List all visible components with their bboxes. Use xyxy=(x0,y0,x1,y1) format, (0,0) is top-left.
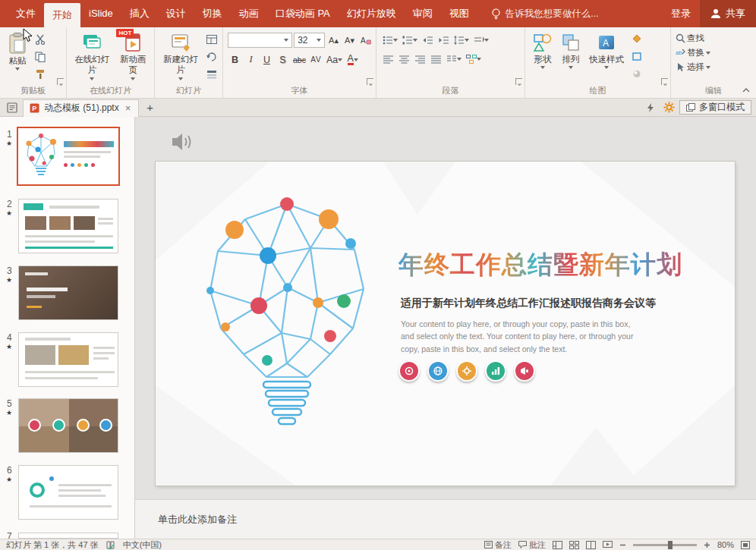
shape-outline-button[interactable] xyxy=(629,49,644,64)
decrease-indent-button[interactable] xyxy=(421,33,435,47)
shapes-button[interactable]: 形状 xyxy=(530,30,556,85)
shrink-font-button[interactable]: A▾ xyxy=(342,33,357,48)
font-dialog-launcher[interactable] xyxy=(367,78,373,85)
multi-window-mode-button[interactable]: 多窗口模式 xyxy=(679,100,751,115)
slide-counter[interactable]: 幻灯片 第 1 张，共 47 张 xyxy=(6,539,99,550)
numbering-button[interactable] xyxy=(401,33,419,47)
bold-button[interactable]: B xyxy=(228,52,242,67)
tab-pocket-animation[interactable]: 口袋动画 PA xyxy=(267,0,339,27)
slide-item-5[interactable]: 5 ★ xyxy=(0,398,135,465)
online-slides-button[interactable]: 在线幻灯片 xyxy=(71,30,112,85)
section-button[interactable] xyxy=(204,67,219,81)
slide-item-7[interactable]: 7 xyxy=(0,531,135,539)
share-button[interactable]: 共享 xyxy=(700,0,756,27)
quick-styles-button[interactable]: A 快速样式 xyxy=(586,30,627,85)
settings-gear-icon[interactable] xyxy=(661,100,676,115)
globe-icon[interactable] xyxy=(427,360,449,382)
zoom-in-button[interactable] xyxy=(704,542,710,548)
tab-transitions[interactable]: 切换 xyxy=(194,0,231,27)
slide-thumbnail[interactable] xyxy=(18,199,118,253)
select-button[interactable]: 选择 xyxy=(676,61,753,73)
arrange-button[interactable]: 排列 xyxy=(558,30,584,85)
lightbulb-network-graphic[interactable] xyxy=(195,190,379,448)
bullets-button[interactable] xyxy=(381,33,399,47)
clear-formatting-button[interactable]: A xyxy=(358,33,373,48)
boost-icon[interactable] xyxy=(643,100,658,115)
convert-smartart-button[interactable] xyxy=(465,52,483,66)
slide-thumbnail[interactable] xyxy=(18,465,118,520)
grow-font-button[interactable]: A▴ xyxy=(326,33,341,48)
slide-thumbnail[interactable] xyxy=(18,266,118,320)
new-slide-button[interactable]: 新建幻灯片 xyxy=(159,30,202,85)
paragraph-dialog-launcher[interactable] xyxy=(515,78,522,85)
slide-thumbnail[interactable] xyxy=(18,533,118,539)
font-size-combo[interactable]: 32 xyxy=(294,33,325,48)
bar-chart-icon[interactable] xyxy=(485,360,506,382)
slide-thumbnail[interactable] xyxy=(18,332,118,387)
format-painter-button[interactable] xyxy=(33,67,48,81)
slide-item-2[interactable]: 2 ★ xyxy=(0,199,135,266)
language-indicator[interactable]: 中文(中国) xyxy=(123,539,162,550)
copy-button[interactable] xyxy=(33,49,48,64)
target-icon[interactable] xyxy=(398,360,420,382)
layout-button[interactable] xyxy=(204,32,219,46)
slide-subtitle[interactable]: 适用于新年计划年终总结工作汇报述职报告商务会议等 xyxy=(401,297,656,310)
change-case-button[interactable]: Aa xyxy=(325,52,344,67)
strikethrough-button[interactable]: abc xyxy=(291,52,307,67)
close-tab-icon[interactable]: × xyxy=(124,102,133,114)
comments-toggle[interactable]: 批注 xyxy=(518,539,546,550)
megaphone-icon[interactable] xyxy=(514,360,535,382)
spellcheck-icon[interactable] xyxy=(106,541,115,549)
gear-icon[interactable] xyxy=(456,360,477,382)
tab-file[interactable]: 文件 xyxy=(8,0,44,27)
zoom-slider[interactable] xyxy=(633,544,697,546)
reset-slide-button[interactable] xyxy=(204,49,219,64)
replace-button[interactable]: ab 替换 xyxy=(676,47,753,58)
tab-slideshow[interactable]: 幻灯片放映 xyxy=(339,0,405,27)
slideshow-view-button[interactable] xyxy=(603,541,613,549)
slide-editing-surface[interactable]: 年终工作总结暨新年计划 适用于新年计划年终总结工作汇报述职报告商务会议等 You… xyxy=(156,162,735,486)
slide-thumbnail[interactable] xyxy=(18,398,118,453)
text-shadow-button[interactable]: S xyxy=(276,52,290,67)
slide-item-6[interactable]: 6 ★ xyxy=(0,465,135,532)
reading-view-button[interactable] xyxy=(586,541,596,549)
tab-home[interactable]: 开始 xyxy=(44,3,80,27)
notes-toggle[interactable]: 备注 xyxy=(484,539,512,550)
slide-sorter-view-button[interactable] xyxy=(569,541,579,549)
fit-to-window-button[interactable] xyxy=(741,541,750,549)
line-spacing-button[interactable] xyxy=(452,33,471,47)
new-tab-button[interactable]: + xyxy=(142,101,158,114)
normal-view-button[interactable] xyxy=(553,541,562,549)
character-spacing-button[interactable]: AV xyxy=(309,52,323,67)
document-tab[interactable]: P 动态模板 (51).pptx × xyxy=(23,99,139,117)
slide-thumbnail[interactable] xyxy=(17,127,120,186)
drawing-dialog-launcher[interactable] xyxy=(661,78,668,85)
slide-item-4[interactable]: 4 ★ xyxy=(0,332,135,399)
new-animation-page-button[interactable]: HOT 新动画页 xyxy=(115,30,151,85)
slide-item-1[interactable]: 1 ★ xyxy=(0,129,135,196)
slide-title[interactable]: 年终工作总结暨新年计划 xyxy=(398,248,682,282)
tab-islide[interactable]: iSlide xyxy=(80,0,121,27)
zoom-slider-thumb[interactable] xyxy=(668,541,673,549)
tab-review[interactable]: 审阅 xyxy=(405,0,441,27)
tab-design[interactable]: 设计 xyxy=(158,0,194,27)
login-button[interactable]: 登录 xyxy=(662,0,700,27)
align-center-button[interactable] xyxy=(397,52,411,66)
tell-me-box[interactable]: 告诉我您想要做什么... xyxy=(485,0,605,27)
zoom-out-button[interactable] xyxy=(619,542,626,548)
justify-button[interactable] xyxy=(429,52,443,66)
slide-item-3[interactable]: 3 ★ xyxy=(0,266,135,332)
tab-insert[interactable]: 插入 xyxy=(121,0,158,27)
shape-effects-button[interactable] xyxy=(629,67,644,81)
align-right-button[interactable] xyxy=(413,52,427,66)
find-button[interactable]: 查找 xyxy=(676,33,753,44)
shape-fill-button[interactable] xyxy=(629,32,644,46)
tab-animations[interactable]: 动画 xyxy=(231,0,267,27)
text-direction-button[interactable] xyxy=(472,33,490,47)
font-color-button[interactable]: A xyxy=(345,52,360,67)
zoom-percentage[interactable]: 80% xyxy=(717,540,734,549)
file-list-icon[interactable] xyxy=(5,100,20,115)
slide-body-text[interactable]: Your content to play here, or through yo… xyxy=(401,318,645,355)
align-left-button[interactable] xyxy=(381,52,395,66)
tab-view[interactable]: 视图 xyxy=(441,0,477,27)
